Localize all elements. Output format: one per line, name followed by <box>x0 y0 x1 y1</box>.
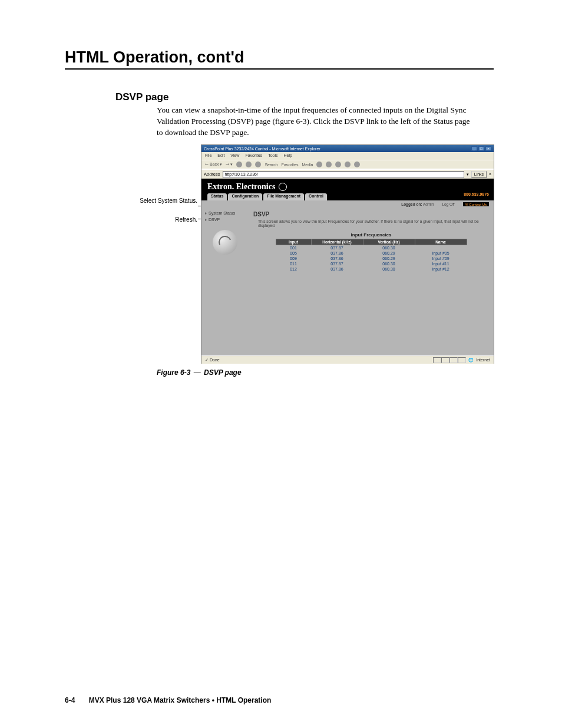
cell-name: Input #09 <box>415 256 467 261</box>
triangle-icon <box>205 219 207 221</box>
favorites-button[interactable]: Favorites <box>282 163 299 167</box>
th-name: Name <box>415 239 467 245</box>
brand-header: Extron. Electronics <box>201 179 494 193</box>
status-cell <box>449 357 458 363</box>
menu-file[interactable]: File <box>205 153 211 159</box>
search-button[interactable]: Search <box>265 163 277 167</box>
table-row: 011 037.87 060.30 Input #11 <box>276 261 467 266</box>
web-page-content: Extron. Electronics Status Configuration… <box>201 179 494 355</box>
cell-input: 012 <box>276 266 311 272</box>
figure-caption: Figure 6-3 — DSVP page <box>157 368 242 377</box>
cell-horizontal: 037.86 <box>311 251 363 256</box>
edit-icon[interactable] <box>345 162 351 167</box>
callout-select-system-status: Select System Status. <box>133 197 197 205</box>
links-button[interactable]: Links <box>471 171 487 178</box>
ie-menu-bar: File Edit View Favorites Tools Help <box>201 152 494 160</box>
page-footer: 6-4 MVX Plus 128 VGA Matrix Switchers • … <box>65 696 271 704</box>
chapter-title: HTML Operation, cont'd <box>65 48 244 67</box>
status-zone: Internet <box>476 358 490 362</box>
sidebar-item-label: DSVP <box>209 218 220 222</box>
tab-file-management[interactable]: File Management <box>263 193 304 200</box>
cell-horizontal: 037.87 <box>311 261 363 266</box>
th-horizontal: Horizontal (kHz) <box>311 239 363 245</box>
cell-name: Input #11 <box>415 261 467 266</box>
status-cell <box>458 357 466 363</box>
menu-tools[interactable]: Tools <box>268 153 277 159</box>
footer-text: MVX Plus 128 VGA Matrix Switchers • HTML… <box>89 696 272 704</box>
ie-title-bar: CrossPoint Plus 3232/2424 Control - Micr… <box>201 145 494 152</box>
brand-icon <box>279 183 287 191</box>
status-cell <box>441 357 449 363</box>
maximize-button[interactable]: □ <box>478 146 484 151</box>
refresh-icon[interactable] <box>246 162 252 167</box>
cell-vertical: 060.30 <box>363 266 415 272</box>
contact-us-link[interactable]: ✉ Contact Us <box>463 202 489 206</box>
media-button[interactable]: Media <box>302 163 313 167</box>
links-chevron[interactable]: » <box>489 172 491 176</box>
sidebar: System Status DSVP <box>201 207 249 355</box>
cell-input: 005 <box>276 251 311 256</box>
sidebar-item-dsvp[interactable]: DSVP <box>201 216 249 223</box>
address-input[interactable]: http://10.13.2.236/ <box>223 171 464 178</box>
triangle-icon <box>205 212 207 215</box>
history-icon[interactable] <box>316 162 322 167</box>
window-title: CrossPoint Plus 3232/2424 Control - Micr… <box>204 147 320 151</box>
section-heading: DSVP page <box>115 91 168 103</box>
cell-vertical: 060.29 <box>363 251 415 256</box>
stop-icon[interactable] <box>236 162 242 167</box>
login-row: Logged on: Admin Log Off ✉ Contact Us <box>201 200 494 207</box>
panel-title: DSVP <box>253 211 489 218</box>
cell-name <box>415 245 467 251</box>
brand-text: Extron. Electronics <box>207 182 275 192</box>
th-input: Input <box>276 239 311 245</box>
panel-description: This screen allows you to view the Input… <box>258 219 482 228</box>
ie-status-bar: ✓ Done 🌐 Internet <box>201 355 494 364</box>
table-row: 001 037.87 060.30 <box>276 245 467 251</box>
menu-view[interactable]: View <box>230 153 239 159</box>
tab-status[interactable]: Status <box>207 193 227 200</box>
status-cell <box>433 357 441 363</box>
forward-button[interactable]: ⇒ ▾ <box>226 162 233 167</box>
sidebar-item-label: System Status <box>209 211 235 215</box>
print-icon[interactable] <box>335 162 341 167</box>
body-paragraph: You can view a snapshot-in-time of the i… <box>157 105 475 139</box>
status-done: ✓ Done <box>205 358 220 363</box>
close-button[interactable]: × <box>485 146 491 151</box>
th-vertical: Vertical (Hz) <box>363 239 415 245</box>
menu-favorites[interactable]: Favorites <box>245 153 262 159</box>
sidebar-item-system-status[interactable]: System Status <box>201 210 249 216</box>
zone-icon: 🌐 <box>468 358 474 363</box>
cell-horizontal: 037.87 <box>311 245 363 251</box>
frequencies-table: Input Horizontal (kHz) Vertical (Hz) Nam… <box>276 239 467 272</box>
mail-icon[interactable] <box>326 162 332 167</box>
minimize-button[interactable]: _ <box>471 146 477 151</box>
cell-name: Input #05 <box>415 251 467 256</box>
tab-configuration[interactable]: Configuration <box>228 193 262 200</box>
table-header-row: Input Horizontal (kHz) Vertical (Hz) Nam… <box>276 239 467 245</box>
callout-refresh: Refresh. <box>133 216 197 223</box>
menu-help[interactable]: Help <box>284 153 292 159</box>
table-caption: Input Frequencies <box>253 232 489 238</box>
ie-toolbar: ⇐ Back ▾ ⇒ ▾ Search Favorites Media <box>201 160 494 169</box>
cell-vertical: 060.30 <box>363 261 415 266</box>
cell-vertical: 060.30 <box>363 245 415 251</box>
table-row: 005 037.86 060.29 Input #05 <box>276 251 467 256</box>
tab-control[interactable]: Control <box>305 193 327 200</box>
ie-address-bar: Address http://10.13.2.236/ ▾ Links » <box>201 169 494 179</box>
title-rule <box>65 68 494 70</box>
cell-vertical: 060.29 <box>363 256 415 261</box>
cell-name: Input #12 <box>415 266 467 272</box>
back-button[interactable]: ⇐ Back ▾ <box>205 162 222 167</box>
discuss-icon[interactable] <box>354 162 360 167</box>
logoff-link[interactable]: Log Off <box>442 202 454 206</box>
address-label: Address <box>204 172 220 177</box>
home-icon[interactable] <box>255 162 261 167</box>
logged-on-label: Logged on: Admin <box>401 202 434 206</box>
menu-edit[interactable]: Edit <box>217 153 224 159</box>
screenshot-window: CrossPoint Plus 3232/2424 Control - Micr… <box>201 144 494 364</box>
cell-input: 009 <box>276 256 311 261</box>
refresh-icon[interactable] <box>213 230 237 255</box>
phone-number: 800.633.9876 <box>464 192 489 196</box>
go-dropdown[interactable]: ▾ <box>467 172 469 177</box>
table-row: 009 037.86 060.29 Input #09 <box>276 256 467 261</box>
